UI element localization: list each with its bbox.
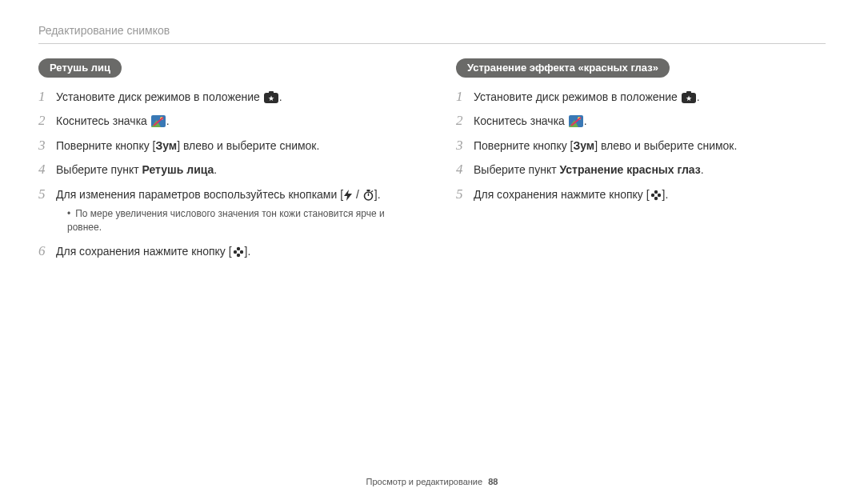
mode-star-icon: ★ — [682, 91, 696, 103]
step-text: Для изменения параметров воспользуйтесь … — [56, 188, 343, 201]
step-bold: Ретушь лица — [142, 163, 214, 176]
step-text: Поверните кнопку [ — [474, 139, 573, 152]
step-text: Для сохранения нажмите кнопку [ — [56, 245, 232, 258]
page-footer: Просмотр и редактирование 88 — [0, 477, 864, 486]
list-item: 1 Установите диск режимов в положение ★. — [456, 89, 826, 105]
svg-point-25 — [654, 196, 657, 199]
step-text: Поверните кнопку [ — [56, 139, 155, 152]
timer-icon — [363, 190, 374, 201]
mode-star-icon: ★ — [264, 91, 278, 103]
chapter-title: Редактирование снимков — [38, 24, 826, 37]
svg-marker-7 — [344, 190, 352, 201]
section-pill-right: Устранение эффекта «красных глаз» — [456, 58, 670, 78]
step-text: ]. — [374, 188, 381, 201]
list-item: 5 Для изменения параметров воспользуйтес… — [38, 186, 408, 235]
step-body: Выберите пункт Устранение красных глаз. — [474, 162, 826, 178]
list-item: 3 Поверните кнопку [Зум] влево и выберит… — [456, 138, 826, 154]
step-text: . — [697, 90, 700, 103]
step-text: ] влево и выберите снимок. — [177, 139, 319, 152]
step-number: 2 — [456, 113, 474, 129]
step-body: Для сохранения нажмите кнопку []. — [56, 243, 408, 259]
svg-point-14 — [233, 250, 236, 253]
svg-point-13 — [236, 253, 239, 256]
step-text: Коснитесь значка — [56, 114, 150, 127]
svg-point-24 — [654, 190, 657, 193]
step-bold: Устранение красных глаз — [559, 163, 700, 176]
step-text: Установите диск режимов в положение — [56, 90, 263, 103]
step-body: Установите диск режимов в положение ★. — [474, 89, 826, 105]
section-pill-left: Ретушь лиц — [38, 58, 122, 78]
step-bold: Зум — [573, 139, 594, 152]
svg-point-15 — [239, 250, 242, 253]
step-number: 3 — [456, 138, 474, 154]
list-item: 3 Поверните кнопку [Зум] влево и выберит… — [38, 138, 408, 154]
svg-point-27 — [657, 193, 660, 196]
step-number: 6 — [38, 243, 56, 259]
flower-icon — [233, 246, 244, 258]
step-body: Выберите пункт Ретушь лица. — [56, 162, 408, 178]
divider — [38, 43, 826, 44]
step-number: 1 — [456, 89, 474, 105]
step-body: Для сохранения нажмите кнопку []. — [474, 186, 826, 202]
sub-note: По мере увеличения числового значения то… — [56, 207, 408, 235]
sub-note-item: По мере увеличения числового значения то… — [67, 207, 408, 235]
step-body: Коснитесь значка . — [56, 113, 408, 129]
step-number: 5 — [38, 186, 56, 202]
edit-brush-icon — [569, 115, 583, 127]
list-item: 5 Для сохранения нажмите кнопку []. — [456, 186, 826, 202]
step-text: ]. — [662, 188, 669, 201]
content-columns: Ретушь лиц 1 Установите диск режимов в п… — [38, 58, 826, 267]
svg-rect-10 — [366, 190, 370, 191]
step-text: Выберите пункт — [474, 163, 559, 176]
step-text: Для сохранения нажмите кнопку [ — [474, 188, 650, 201]
step-body: Коснитесь значка . — [474, 113, 826, 129]
step-number: 2 — [38, 113, 56, 129]
svg-rect-18 — [686, 91, 691, 94]
flash-icon — [344, 190, 352, 201]
step-body: Установите диск режимов в положение ★. — [56, 89, 408, 105]
footer-label: Просмотр и редактирование — [366, 477, 483, 486]
svg-point-26 — [650, 193, 654, 196]
step-body: Поверните кнопку [Зум] влево и выберите … — [56, 138, 408, 154]
step-text: Выберите пункт — [56, 163, 142, 176]
right-column: Устранение эффекта «красных глаз» 1 Уста… — [456, 58, 826, 267]
list-item: 1 Установите диск режимов в положение ★. — [38, 89, 408, 105]
step-number: 5 — [456, 186, 474, 202]
step-text: . — [584, 114, 587, 127]
svg-text:★: ★ — [268, 94, 274, 102]
step-text: . — [214, 163, 217, 176]
step-text: ]. — [245, 245, 251, 258]
step-text: Коснитесь значка — [474, 114, 568, 127]
step-text: . — [166, 114, 170, 127]
step-number: 1 — [38, 89, 56, 105]
svg-rect-1 — [269, 91, 274, 94]
left-column: Ретушь лиц 1 Установите диск режимов в п… — [38, 58, 408, 267]
step-bold: Зум — [155, 139, 177, 152]
svg-text:★: ★ — [686, 94, 692, 102]
step-number: 3 — [38, 138, 56, 154]
svg-point-16 — [237, 250, 240, 254]
list-item: 6 Для сохранения нажмите кнопку []. — [38, 243, 408, 259]
step-text: . — [279, 90, 282, 103]
step-body: Для изменения параметров воспользуйтесь … — [56, 186, 408, 235]
step-number: 4 — [456, 162, 474, 178]
slash: / — [353, 188, 362, 201]
list-item: 4 Выберите пункт Ретушь лица. — [38, 162, 408, 178]
svg-line-11 — [371, 190, 373, 192]
svg-point-28 — [654, 194, 658, 197]
flower-icon — [650, 190, 662, 201]
step-text: . — [701, 163, 704, 176]
list-item: 2 Коснитесь значка . — [456, 113, 826, 129]
list-item: 2 Коснитесь значка . — [38, 113, 408, 129]
edit-brush-icon — [151, 115, 166, 127]
step-number: 4 — [38, 162, 56, 178]
steps-left: 1 Установите диск режимов в положение ★.… — [38, 89, 408, 259]
step-text: ] влево и выберите снимок. — [594, 139, 737, 152]
svg-point-12 — [236, 246, 239, 250]
step-body: Поверните кнопку [Зум] влево и выберите … — [474, 138, 826, 154]
page-number: 88 — [488, 477, 498, 486]
list-item: 4 Выберите пункт Устранение красных глаз… — [456, 162, 826, 178]
steps-right: 1 Установите диск режимов в положение ★.… — [456, 89, 826, 202]
step-text: Установите диск режимов в положение — [474, 90, 681, 103]
